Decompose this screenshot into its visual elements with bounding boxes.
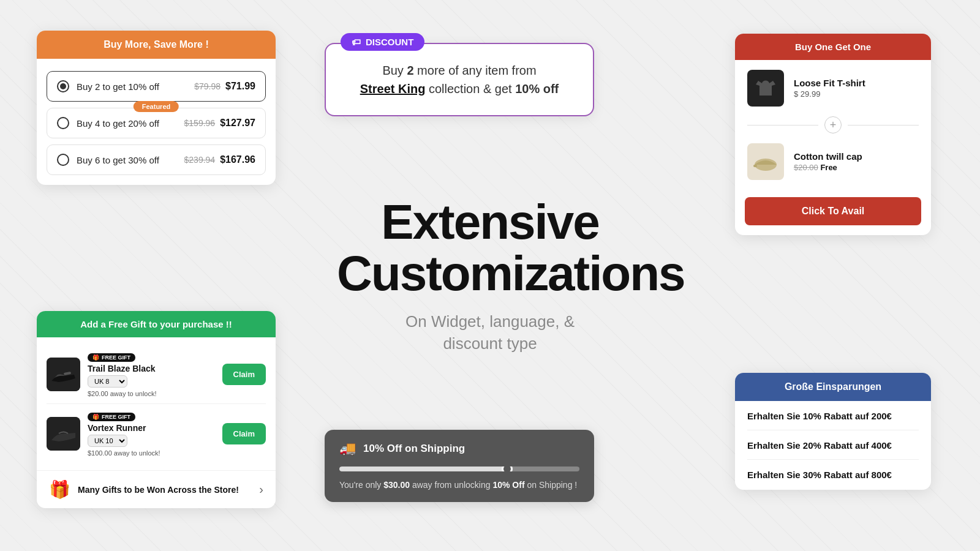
buy-more-options: Buy 2 to get 10% off $79.98 $71.99 Featu… [37, 59, 276, 185]
german-header: Große Einsparungen [735, 373, 931, 401]
gift-items-list: 🎁 FREE GIFT Trail Blaze Black UK 8 UK 9 … [37, 337, 276, 470]
bogo-item-1-image [747, 70, 784, 107]
featured-badge: Featured [134, 101, 179, 112]
footer-gift-icon: 🎁 [49, 479, 70, 500]
option-1-original: $79.98 [194, 81, 221, 91]
discount-badge: 🏷 DISCOUNT [341, 33, 424, 51]
german-option-1: Erhalten Sie 10% Rabatt auf 200€ [747, 411, 919, 430]
option-3-discounted: $167.96 [220, 154, 255, 165]
svg-rect-2 [47, 358, 80, 391]
discount-icon: 🏷 [352, 37, 361, 47]
cap-icon [752, 151, 780, 173]
main-title: Extensive Customizations [337, 197, 643, 299]
gift-item-1-name: Trail Blaze Black [88, 364, 215, 373]
gift-item-2-image [47, 417, 80, 451]
option-1-prices: $79.98 $71.99 [194, 81, 255, 92]
option-2-prices: $159.96 $127.97 [184, 118, 255, 129]
svg-rect-1 [753, 165, 757, 167]
shoe-2-icon [47, 417, 80, 451]
gift-item-2-name: Vortex Runner [88, 423, 215, 433]
option-3-original: $239.94 [184, 155, 216, 165]
main-subtitle: On Widget, language, &discount type [337, 310, 643, 355]
bogo-item-1-price: $ 29.99 [794, 89, 865, 99]
option-1-discounted: $71.99 [225, 81, 255, 92]
bogo-item-2-free: Free [820, 163, 837, 172]
free-gift-badge-2: 🎁 FREE GIFT [88, 413, 135, 421]
radio-1 [57, 80, 69, 92]
gift-item-2-unlock: $100.00 away to unlock! [88, 449, 215, 457]
bogo-item-2-name: Cotton twill cap [794, 151, 862, 162]
buy-option-2[interactable]: Featured Buy 4 to get 20% off $159.96 $1… [47, 108, 266, 138]
shipping-progress-thumb [502, 467, 513, 471]
tshirt-icon [753, 76, 778, 100]
discount-text: Buy 2 more of any item from Street King … [345, 61, 573, 98]
page: Extensive Customizations On Widget, lang… [0, 0, 980, 551]
footer-gift-text: Many Gifts to be Won Across the Store! [78, 485, 259, 495]
plus-icon: + [824, 116, 842, 133]
german-widget: Große Einsparungen Erhalten Sie 10% Raba… [735, 373, 931, 490]
gift-item-1-info: 🎁 FREE GIFT Trail Blaze Black UK 8 UK 9 … [88, 351, 215, 397]
shipping-progress-bar [339, 467, 579, 471]
option-2-original: $159.96 [184, 118, 216, 128]
shipping-title: 10% Off on Shipping [363, 443, 465, 455]
buy-more-widget: Buy More, Save More ! Buy 2 to get 10% o… [37, 31, 276, 185]
shipping-progress-fill [339, 467, 507, 471]
shipping-amount: $30.00 [383, 480, 410, 490]
buy-option-3[interactable]: Buy 6 to get 30% off $239.94 $167.96 [47, 144, 266, 175]
option-1-label: Buy 2 to get 10% off [77, 81, 194, 92]
bogo-cta-button[interactable]: Click To Avail [745, 197, 921, 225]
german-option-2: Erhalten Sie 20% Rabatt auf 400€ [747, 440, 919, 460]
shipping-truck-icon: 🚚 [339, 441, 356, 457]
option-2-discounted: $127.97 [220, 118, 255, 129]
gift-icon-2: 🎁 [92, 414, 99, 420]
gift-icon-1: 🎁 [92, 354, 99, 361]
bogo-header: Buy One Get One [735, 34, 931, 60]
buy-option-1[interactable]: Buy 2 to get 10% off $79.98 $71.99 [47, 71, 266, 102]
bogo-item-2: Cotton twill cap $20.00 Free [735, 133, 931, 190]
shipping-header: 🚚 10% Off on Shipping [339, 441, 579, 457]
footer-arrow-icon: › [259, 482, 263, 497]
free-gift-widget: Add a Free Gift to your purchase !! 🎁 FR… [37, 311, 276, 508]
shipping-discount: 10% Off [492, 480, 524, 490]
gift-item-1-size[interactable]: UK 8 UK 9 UK 10 [88, 375, 127, 388]
shipping-text: You're only $30.00 away from unlocking 1… [339, 480, 579, 490]
german-option-3: Erhalten Sie 30% Rabatt auf 800€ [747, 470, 919, 480]
bogo-item-1: Loose Fit T-shirt $ 29.99 [735, 60, 931, 116]
discount-widget: 🏷 DISCOUNT Buy 2 more of any item from S… [325, 43, 594, 116]
buy-more-header: Buy More, Save More ! [37, 31, 276, 59]
free-gift-footer[interactable]: 🎁 Many Gifts to be Won Across the Store!… [37, 470, 276, 508]
gift-item-1-image [47, 358, 80, 391]
bogo-item-1-name: Loose Fit T-shirt [794, 78, 865, 88]
bogo-item-2-price: $20.00 Free [794, 163, 862, 172]
center-section: Extensive Customizations On Widget, lang… [337, 197, 643, 355]
gift-item-2-info: 🎁 FREE GIFT Vortex Runner UK 10 UK 8 UK … [88, 410, 215, 457]
bogo-item-2-image [747, 143, 784, 180]
gift-item-2: 🎁 FREE GIFT Vortex Runner UK 10 UK 8 UK … [47, 404, 266, 463]
option-3-label: Buy 6 to get 30% off [77, 155, 184, 165]
bogo-item-2-original: $20.00 [794, 163, 818, 172]
shipping-widget: 🚚 10% Off on Shipping You're only $30.00… [325, 430, 594, 502]
divider-line-left [747, 125, 818, 126]
free-gift-badge-1: 🎁 FREE GIFT [88, 353, 135, 362]
gift-item-2-claim[interactable]: Claim [222, 423, 266, 444]
bogo-item-2-info: Cotton twill cap $20.00 Free [794, 151, 862, 172]
discount-badge-label: DISCOUNT [366, 37, 413, 47]
gift-item-1: 🎁 FREE GIFT Trail Blaze Black UK 8 UK 9 … [47, 345, 266, 404]
free-gift-header: Add a Free Gift to your purchase !! [37, 311, 276, 337]
gift-item-1-claim[interactable]: Claim [222, 364, 266, 385]
gift-item-1-unlock: $20.00 away to unlock! [88, 390, 215, 397]
option-3-prices: $239.94 $167.96 [184, 154, 255, 165]
german-options: Erhalten Sie 10% Rabatt auf 200€ Erhalte… [735, 401, 931, 490]
radio-3 [57, 154, 69, 166]
shoe-1-icon [47, 358, 80, 391]
discount-amount: 10% off [515, 82, 559, 96]
radio-2 [57, 117, 69, 129]
gift-item-2-size[interactable]: UK 10 UK 8 UK 9 [88, 435, 127, 447]
divider-line-right [848, 125, 919, 126]
bogo-widget: Buy One Get One Loose Fit T-shirt $ 29.9… [735, 34, 931, 235]
option-2-label: Buy 4 to get 20% off [77, 118, 184, 129]
bogo-item-1-info: Loose Fit T-shirt $ 29.99 [794, 78, 865, 99]
bogo-divider: + [735, 116, 931, 133]
brand-link[interactable]: Street King [360, 82, 426, 96]
